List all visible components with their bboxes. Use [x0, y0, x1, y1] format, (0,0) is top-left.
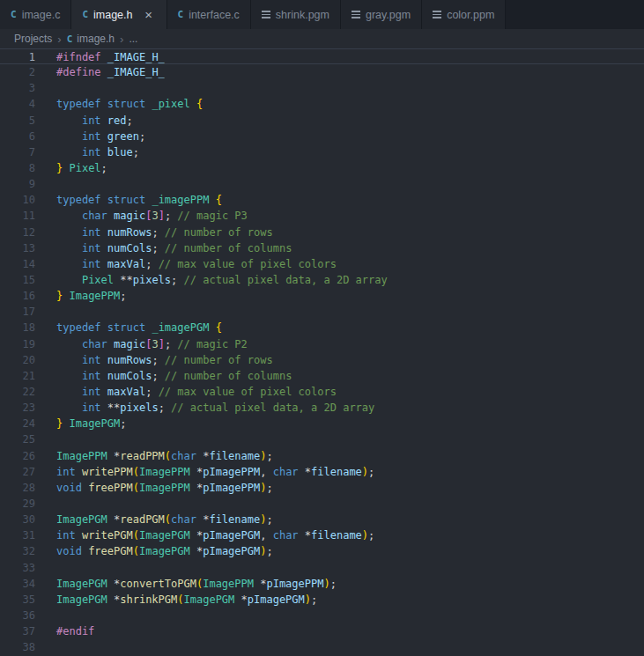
line-content: int blue;: [56, 144, 139, 160]
code-line[interactable]: 16} ImagePPM;: [0, 288, 644, 304]
code-line[interactable]: 19 char magic[3]; // magic P2: [0, 336, 644, 352]
line-number: 19: [0, 336, 35, 352]
code-line[interactable]: 25: [0, 431, 644, 447]
line-number: 9: [0, 176, 35, 192]
tab-label: image.h: [93, 9, 132, 21]
line-number: 18: [0, 320, 35, 335]
line-content: Pixel **pixels; // actual pixel data, a …: [56, 272, 388, 288]
line-number: 13: [0, 240, 35, 256]
line-number: 2: [0, 64, 35, 80]
line-content: #ifndef _IMAGE_H_: [56, 49, 165, 63]
code-line[interactable]: 2#define _IMAGE_H_: [0, 64, 644, 80]
text-file-icon: [262, 11, 270, 18]
code-line[interactable]: 23 int **pixels; // actual pixel data, a…: [0, 400, 644, 416]
tab-label: interface.c: [189, 9, 240, 21]
breadcrumb-item-symbol[interactable]: ...: [129, 33, 137, 45]
code-line[interactable]: 8} Pixel;: [0, 160, 644, 176]
tab-bar: Cimage.cCimage.h×Cinterface.cshrink.pgmg…: [0, 0, 644, 29]
code-line[interactable]: 29: [0, 496, 644, 512]
code-line[interactable]: 5 int red;: [0, 113, 644, 129]
line-number: 16: [0, 288, 35, 304]
breadcrumb-item-projects[interactable]: Projects: [14, 33, 52, 45]
code-line[interactable]: 6 int green;: [0, 129, 644, 144]
code-line[interactable]: 15 Pixel **pixels; // actual pixel data,…: [0, 272, 644, 288]
code-line[interactable]: 12 int numRows; // number of rows: [0, 225, 644, 240]
code-line[interactable]: 13 int numCols; // number of columns: [0, 240, 644, 256]
line-number: 26: [0, 448, 35, 464]
line-number: 3: [0, 80, 35, 96]
line-number: 11: [0, 208, 35, 224]
code-line[interactable]: 33: [0, 560, 644, 576]
line-content: int numRows; // number of rows: [56, 225, 273, 240]
code-line[interactable]: 31int writePGM(ImagePGM *pImagePGM, char…: [0, 527, 644, 543]
code-line[interactable]: 28void freePPM(ImagePPM *pImagePPM);: [0, 480, 644, 496]
code-line[interactable]: 21 int numCols; // number of columns: [0, 368, 644, 384]
line-number: 5: [0, 113, 35, 129]
code-line[interactable]: 9: [0, 176, 644, 192]
line-number: 31: [0, 527, 35, 543]
close-icon[interactable]: ×: [142, 8, 156, 22]
code-line[interactable]: 30ImagePGM *readPGM(char *filename);: [0, 512, 644, 527]
code-line[interactable]: 36: [0, 608, 644, 623]
line-content: int writePPM(ImagePPM *pImagePPM, char *…: [56, 464, 374, 480]
line-content: int green;: [56, 129, 145, 144]
line-content: int **pixels; // actual pixel data, a 2D…: [56, 400, 374, 416]
line-content: ImagePGM *shrinkPGM(ImagePGM *pImagePGM)…: [56, 592, 317, 608]
tab-image.h[interactable]: Cimage.h×: [71, 0, 167, 29]
code-line[interactable]: 24} ImagePGM;: [0, 416, 644, 431]
line-content: int maxVal; // max value of pixel colors: [56, 256, 337, 272]
code-line[interactable]: 1#ifndef _IMAGE_H_: [0, 48, 644, 64]
line-content: char magic[3]; // magic P2: [56, 336, 248, 352]
line-number: 36: [0, 608, 35, 623]
line-number: 23: [0, 400, 35, 416]
line-number: 4: [0, 96, 35, 112]
tab-gray.pgm[interactable]: gray.pgm: [341, 0, 422, 29]
code-line[interactable]: 4typedef struct _pixel {: [0, 96, 644, 112]
tab-image.c[interactable]: Cimage.c: [0, 0, 71, 29]
code-line[interactable]: 37#endif: [0, 623, 644, 639]
code-line[interactable]: 17: [0, 304, 644, 320]
text-file-icon: [433, 11, 441, 18]
code-line[interactable]: 20 int numRows; // number of rows: [0, 352, 644, 368]
code-line[interactable]: 35ImagePGM *shrinkPGM(ImagePGM *pImagePG…: [0, 592, 644, 608]
code-line[interactable]: 26ImagePPM *readPPM(char *filename);: [0, 448, 644, 464]
code-line[interactable]: 11 char magic[3]; // magic P3: [0, 208, 644, 224]
code-area[interactable]: 1#ifndef _IMAGE_H_2#define _IMAGE_H_34ty…: [0, 48, 644, 655]
code-line[interactable]: 18typedef struct _imagePGM {: [0, 320, 644, 335]
tab-label: color.ppm: [447, 9, 494, 21]
tab-interface.c[interactable]: Cinterface.c: [167, 0, 251, 29]
line-number: 27: [0, 464, 35, 480]
tab-color.ppm[interactable]: color.ppm: [422, 0, 506, 29]
code-line[interactable]: 7 int blue;: [0, 144, 644, 160]
text-file-icon: [352, 11, 360, 18]
tab-shrink.pgm[interactable]: shrink.pgm: [251, 0, 341, 29]
c-file-icon: C: [82, 10, 88, 19]
tab-label: gray.pgm: [366, 9, 411, 21]
line-number: 34: [0, 576, 35, 592]
line-number: 7: [0, 144, 35, 160]
line-content: int numRows; // number of rows: [56, 352, 273, 368]
code-line[interactable]: 3: [0, 80, 644, 96]
line-content: ImagePGM *convertToPGM(ImagePPM *pImageP…: [56, 576, 337, 592]
line-number: 10: [0, 192, 35, 208]
breadcrumb-item-file[interactable]: image.h: [77, 33, 115, 45]
code-line[interactable]: 27int writePPM(ImagePPM *pImagePPM, char…: [0, 464, 644, 480]
c-file-icon: C: [11, 10, 17, 19]
code-line[interactable]: 32void freePGM(ImagePGM *pImagePGM);: [0, 543, 644, 559]
line-content: typedef struct _imagePPM {: [56, 192, 222, 208]
line-number: 28: [0, 480, 35, 496]
tab-label: image.c: [22, 9, 61, 21]
code-line[interactable]: 10typedef struct _imagePPM {: [0, 192, 644, 208]
code-line[interactable]: 38: [0, 639, 644, 655]
code-line[interactable]: 34ImagePGM *convertToPGM(ImagePPM *pImag…: [0, 576, 644, 592]
c-file-icon: C: [67, 34, 73, 44]
line-content: ImagePGM *readPGM(char *filename);: [56, 512, 273, 527]
code-line[interactable]: 22 int maxVal; // max value of pixel col…: [0, 384, 644, 400]
line-content: char magic[3]; // magic P3: [56, 208, 248, 224]
line-number: 20: [0, 352, 35, 368]
code-line[interactable]: 14 int maxVal; // max value of pixel col…: [0, 256, 644, 272]
line-number: 1: [0, 49, 35, 63]
line-number: 15: [0, 272, 35, 288]
line-content: int writePGM(ImagePGM *pImagePGM, char *…: [56, 527, 374, 543]
line-content: ImagePPM *readPPM(char *filename);: [56, 448, 273, 464]
